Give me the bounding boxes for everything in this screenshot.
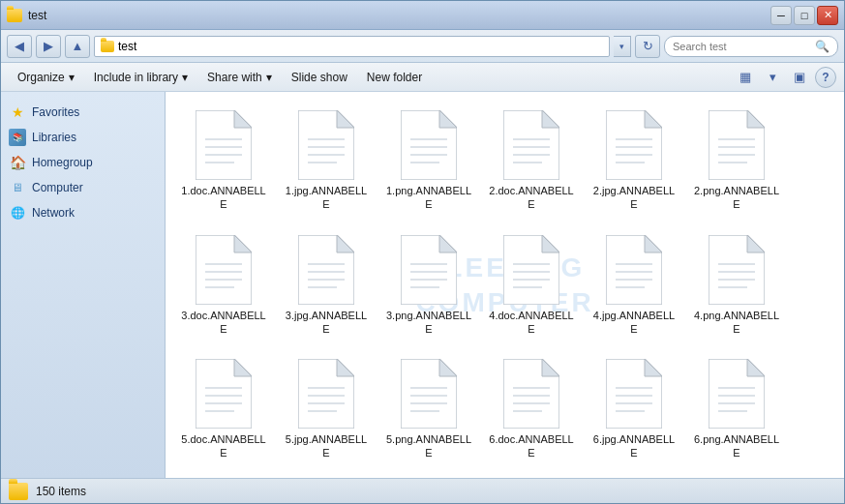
file-name-label: 5.doc.ANNABELLE <box>180 432 267 460</box>
file-item[interactable]: 4.png.ANNABELLE <box>688 226 785 345</box>
preview-pane-button[interactable]: ▣ <box>788 67 811 88</box>
file-name-label: 3.png.ANNABELLE <box>385 309 472 337</box>
view-toggle-icon: ▾ <box>770 70 776 84</box>
file-item[interactable]: 6.doc.ANNABELLE <box>483 350 580 469</box>
file-icon-svg <box>503 110 559 180</box>
file-name-label: 3.doc.ANNABELLE <box>180 309 267 337</box>
new-folder-label: New folder <box>367 71 422 84</box>
sidebar-item-homegroup[interactable]: 🏠 Homegroup <box>1 150 165 175</box>
sidebar: ★ Favorites 📚 Libraries 🏠 Homegroup 🖥 <box>1 92 166 478</box>
svg-marker-55 <box>542 235 559 252</box>
file-item[interactable]: 4.doc.ANNABELLE <box>483 226 580 345</box>
address-path-box[interactable]: test <box>94 36 610 57</box>
file-name-label: 4.jpg.ANNABELLE <box>590 309 678 337</box>
refresh-icon: ↻ <box>643 39 653 53</box>
forward-button[interactable]: ▶ <box>36 35 61 58</box>
svg-marker-37 <box>234 235 252 252</box>
help-button[interactable]: ? <box>815 67 836 88</box>
homegroup-label: Homegroup <box>32 156 93 169</box>
favorites-label: Favorites <box>32 105 79 119</box>
file-name-label: 1.doc.ANNABELLE <box>180 184 267 212</box>
file-icon-svg <box>298 235 354 305</box>
file-item[interactable]: 2.doc.ANNABELLE <box>483 102 580 221</box>
search-box[interactable]: 🔍 <box>664 36 838 57</box>
sidebar-item-libraries[interactable]: 📚 Libraries <box>1 125 165 150</box>
window-title: test <box>28 9 46 22</box>
file-name-label: 4.png.ANNABELLE <box>693 309 780 337</box>
homegroup-icon: 🏠 <box>9 154 26 171</box>
file-name-label: 3.jpg.ANNABELLE <box>283 309 370 337</box>
file-name-label: 1.png.ANNABELLE <box>385 184 472 212</box>
file-item[interactable]: 5.jpg.ANNABELLE <box>278 350 375 469</box>
file-name-label: 6.jpg.ANNABELLE <box>590 432 678 460</box>
include-library-button[interactable]: Include in library ▾ <box>85 67 196 88</box>
title-bar-left: test <box>7 9 46 22</box>
minimize-button[interactable]: ─ <box>770 6 792 25</box>
file-icon-svg <box>401 235 457 305</box>
file-item[interactable]: 3.doc.ANNABELLE <box>175 226 272 345</box>
up-button[interactable]: ▲ <box>65 35 90 58</box>
file-item[interactable]: 2.jpg.ANNABELLE <box>586 102 682 221</box>
file-icon-svg <box>709 110 765 180</box>
file-icon-svg <box>401 110 457 180</box>
organize-dropdown-icon: ▾ <box>69 71 75 84</box>
file-item[interactable]: 1.doc.ANNABELLE <box>175 102 272 221</box>
svg-marker-43 <box>337 235 354 252</box>
file-icon-svg <box>709 235 765 305</box>
file-item[interactable]: 6.png.ANNABELLE <box>688 350 785 469</box>
svg-marker-103 <box>747 359 765 376</box>
file-item[interactable]: 1.png.ANNABELLE <box>380 102 477 221</box>
new-folder-button[interactable]: New folder <box>358 67 431 88</box>
file-item[interactable]: 1.jpg.ANNABELLE <box>278 102 375 221</box>
file-name-label: 2.jpg.ANNABELLE <box>590 184 678 212</box>
svg-marker-13 <box>439 110 457 128</box>
file-icon-svg <box>503 235 559 305</box>
sidebar-item-favorites[interactable]: ★ Favorites <box>1 100 165 125</box>
slide-show-button[interactable]: Slide show <box>283 67 356 88</box>
search-input[interactable] <box>673 41 811 52</box>
sidebar-item-network[interactable]: 🌐 Network <box>1 200 165 225</box>
file-icon-svg <box>606 110 662 180</box>
slide-show-label: Slide show <box>291 71 347 84</box>
computer-icon: 🖥 <box>9 179 26 196</box>
svg-marker-67 <box>747 235 765 252</box>
sidebar-item-computer[interactable]: 🖥 Computer <box>1 175 165 200</box>
file-item[interactable]: 3.jpg.ANNABELLE <box>278 226 375 345</box>
svg-marker-1 <box>234 110 252 128</box>
address-folder-icon <box>101 41 114 52</box>
file-icon-svg <box>298 110 354 180</box>
file-item[interactable]: 2.png.ANNABELLE <box>688 102 785 221</box>
libraries-icon: 📚 <box>9 129 26 146</box>
file-item[interactable]: 3.png.ANNABELLE <box>380 226 477 345</box>
network-label: Network <box>32 206 75 220</box>
address-dropdown-button[interactable]: ▾ <box>614 36 631 57</box>
file-name-label: 6.png.ANNABELLE <box>693 432 780 460</box>
file-item[interactable]: 5.png.ANNABELLE <box>380 350 477 469</box>
file-icon-svg <box>709 359 765 429</box>
file-item[interactable]: 5.doc.ANNABELLE <box>175 350 272 469</box>
svg-marker-85 <box>439 359 457 376</box>
share-with-button[interactable]: Share with ▾ <box>198 67 281 88</box>
status-bar: 150 items <box>1 478 844 503</box>
file-name-label: 2.doc.ANNABELLE <box>488 184 575 212</box>
preview-pane-icon: ▣ <box>794 70 805 84</box>
include-library-label: Include in library <box>94 71 178 84</box>
svg-marker-61 <box>645 235 662 252</box>
network-icon: 🌐 <box>9 204 26 222</box>
include-library-dropdown-icon: ▾ <box>182 71 188 84</box>
toolbar: Organize ▾ Include in library ▾ Share wi… <box>1 63 844 92</box>
file-name-label: 6.doc.ANNABELLE <box>488 432 575 460</box>
file-item[interactable]: 4.jpg.ANNABELLE <box>586 226 682 345</box>
view-toggle-button[interactable]: ▾ <box>761 67 784 88</box>
close-button[interactable]: ✕ <box>817 6 838 25</box>
refresh-button[interactable]: ↻ <box>635 35 660 58</box>
file-name-label: 5.jpg.ANNABELLE <box>283 432 370 460</box>
file-item[interactable]: 6.jpg.ANNABELLE <box>586 350 682 469</box>
back-button[interactable]: ◀ <box>7 35 32 58</box>
explorer-window: test ─ □ ✕ ◀ ▶ ▲ test ▾ ↻ 🔍 <box>0 0 845 504</box>
back-icon: ◀ <box>15 39 24 53</box>
organize-button[interactable]: Organize ▾ <box>9 67 83 88</box>
svg-marker-25 <box>645 110 662 128</box>
view-icon-button[interactable]: ▦ <box>734 67 757 88</box>
maximize-button[interactable]: □ <box>794 6 815 25</box>
